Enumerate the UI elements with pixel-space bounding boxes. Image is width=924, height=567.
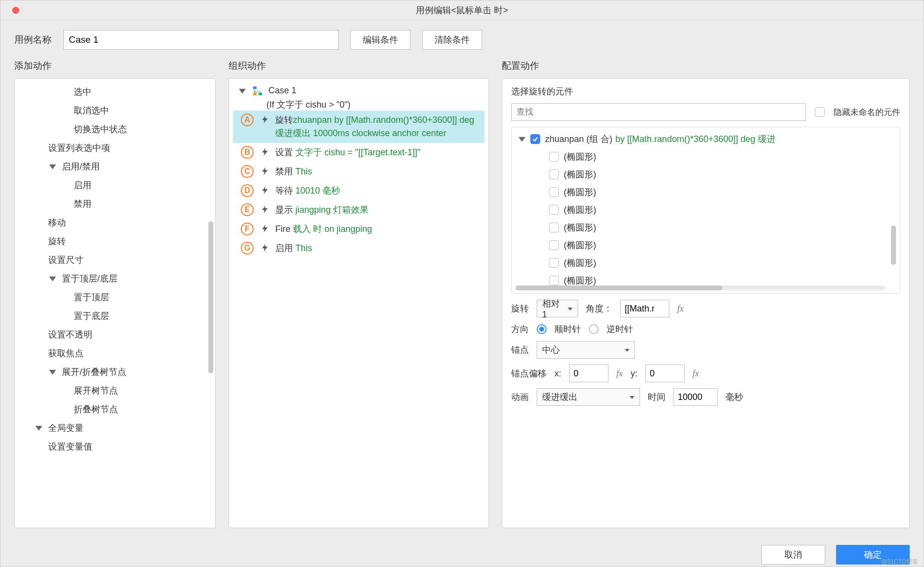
time-label: 时间: [648, 391, 665, 403]
widget-root[interactable]: zhuanpan (组 合) by [[Math.random()*360+36…: [514, 130, 898, 148]
chevron-down-icon[interactable]: [48, 368, 57, 376]
widget-child[interactable]: (椭圆形): [514, 236, 898, 254]
search-input[interactable]: [511, 103, 806, 121]
widget-checkbox[interactable]: [549, 223, 559, 232]
x-label: x:: [554, 369, 561, 379]
scrollbar-vertical[interactable]: [208, 221, 213, 373]
tree-item-group[interactable]: 启用/禁用: [15, 157, 215, 176]
rotate-label: 旋转: [511, 303, 529, 314]
action-step[interactable]: F Fire 载入 时 on jiangping: [233, 220, 485, 239]
widget-tree: zhuanpan (组 合) by [[Math.random()*360+36…: [511, 127, 900, 294]
widget-child[interactable]: (椭圆形): [514, 166, 898, 183]
hide-unnamed-checkbox[interactable]: [815, 107, 825, 117]
fx-icon[interactable]: fx: [677, 304, 684, 314]
bolt-icon: [260, 186, 269, 195]
action-step[interactable]: C 禁用 This: [233, 162, 485, 181]
tree-item[interactable]: 设置尺寸: [15, 251, 215, 269]
chevron-down-icon[interactable]: [238, 86, 247, 95]
tree-item[interactable]: 设置列表选中项: [15, 139, 215, 157]
action-step[interactable]: A 旋转zhuanpan by [[Math.random()*360+3600…: [233, 111, 485, 143]
widget-checkbox[interactable]: [549, 258, 559, 268]
action-step[interactable]: B 设置 文字于 cishu = "[[Target.text-1]]": [233, 143, 485, 162]
animation-select[interactable]: 缓进缓出: [537, 388, 640, 406]
tree-item[interactable]: 设置不透明: [15, 325, 215, 344]
tree-item[interactable]: 切换选中状态: [15, 120, 215, 139]
tree-item[interactable]: 置于底层: [15, 307, 215, 325]
direction-cw-label: 顺时针: [554, 323, 581, 335]
tree-item[interactable]: 旋转: [15, 232, 215, 251]
tree-item[interactable]: 设置变量值: [15, 437, 215, 456]
configure-action-header: 配置动作: [502, 59, 910, 72]
direction-ccw-label: 逆时针: [606, 323, 633, 335]
tree-item[interactable]: 移动: [15, 213, 215, 232]
top-row: 用例名称 编辑条件 清除条件: [0, 20, 924, 59]
tree-item[interactable]: 置于顶层: [15, 288, 215, 307]
tree-item-group[interactable]: 全局变量: [15, 419, 215, 437]
widget-child[interactable]: (椭圆形): [514, 254, 898, 272]
widget-child[interactable]: (椭圆形): [514, 183, 898, 201]
widget-child[interactable]: (椭圆形): [514, 219, 898, 236]
tree-item-group[interactable]: 展开/折叠树节点: [15, 363, 215, 381]
time-input[interactable]: [673, 388, 718, 406]
rotate-mode-select[interactable]: 相对1: [537, 300, 578, 317]
direction-ccw-radio[interactable]: [589, 324, 599, 334]
tree-item[interactable]: 取消选中: [15, 101, 215, 120]
tree-item[interactable]: 折叠树节点: [15, 400, 215, 419]
titlebar: 用例编辑<鼠标单击 时>: [0, 0, 924, 20]
tree-item[interactable]: 获取焦点: [15, 344, 215, 363]
case-title: Case 1: [268, 85, 296, 96]
angle-input[interactable]: [620, 300, 669, 317]
widget-child-label: (椭圆形): [564, 222, 596, 233]
widget-checkbox[interactable]: [549, 276, 559, 285]
clear-condition-button[interactable]: 清除条件: [422, 30, 482, 50]
step-marker: D: [241, 184, 254, 197]
widget-child[interactable]: (椭圆形): [514, 148, 898, 166]
tree-item[interactable]: 选中: [15, 83, 215, 101]
tree-item[interactable]: 启用: [15, 176, 215, 195]
anchor-label: 锚点: [511, 344, 529, 356]
scrollbar-horizontal[interactable]: [516, 285, 885, 290]
bolt-icon: [260, 243, 269, 252]
cancel-button[interactable]: 取消: [761, 545, 825, 565]
edit-condition-button[interactable]: 编辑条件: [350, 30, 410, 50]
fx-icon[interactable]: fx: [616, 369, 623, 379]
add-action-panel: 选中 取消选中 切换选中状态 设置列表选中项 启用/禁用 启用 禁用 移动 旋转…: [14, 78, 216, 528]
svg-rect-0: [253, 86, 257, 89]
tree-item-group[interactable]: 置于顶层/底层: [15, 269, 215, 288]
chevron-down-icon[interactable]: [48, 274, 57, 283]
anchor-select[interactable]: 中心: [537, 341, 635, 359]
widget-checkbox-checked[interactable]: [530, 134, 540, 144]
widget-checkbox[interactable]: [549, 170, 559, 179]
action-step[interactable]: E 显示 jiangping 灯箱效果: [233, 200, 485, 220]
widget-suffix: by [[Math.random()*360+3600]] deg 缓进: [615, 133, 776, 145]
action-text: 显示 jiangping 灯箱效果: [275, 203, 369, 217]
animation-label: 动画: [511, 391, 529, 403]
widget-child-label: (椭圆形): [564, 239, 596, 251]
widget-checkbox[interactable]: [549, 187, 559, 197]
direction-cw-radio[interactable]: [537, 324, 547, 334]
widget-name: zhuanpan (组 合): [545, 133, 612, 145]
chevron-down-icon[interactable]: [518, 135, 526, 143]
offset-y-input[interactable]: [645, 365, 685, 382]
case-root[interactable]: Case 1: [233, 84, 485, 98]
case-name-input[interactable]: [63, 30, 339, 50]
action-step[interactable]: D 等待 10010 毫秒: [233, 181, 485, 200]
chevron-down-icon[interactable]: [48, 162, 57, 171]
action-step[interactable]: G 启用 This: [233, 239, 485, 258]
widget-checkbox[interactable]: [549, 205, 559, 215]
step-marker: G: [241, 242, 254, 255]
organize-action-panel: Case 1 (If 文字于 cishu > "0") A 旋转zhuanpan…: [229, 78, 489, 528]
step-marker: E: [241, 203, 254, 216]
chevron-down-icon[interactable]: [34, 424, 43, 432]
widget-checkbox[interactable]: [549, 152, 559, 162]
tree-item[interactable]: 禁用: [15, 195, 215, 213]
widget-child-label: (椭圆形): [564, 275, 596, 286]
widget-child[interactable]: (椭圆形): [514, 201, 898, 219]
step-marker: B: [241, 146, 254, 159]
scrollbar-vertical[interactable]: [891, 226, 896, 265]
offset-x-input[interactable]: [569, 365, 608, 382]
fx-icon[interactable]: fx: [693, 369, 699, 379]
tree-item[interactable]: 展开树节点: [15, 381, 215, 400]
widget-checkbox[interactable]: [549, 240, 559, 250]
organize-action-header: 组织动作: [229, 59, 489, 72]
